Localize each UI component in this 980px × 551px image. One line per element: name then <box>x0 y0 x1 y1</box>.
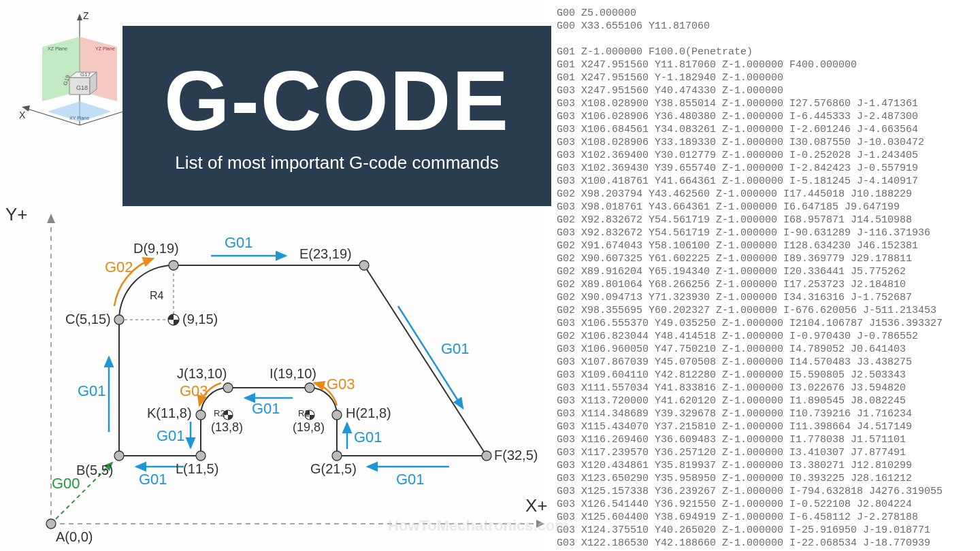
point-l: L(11,5) <box>176 461 218 477</box>
z-axis-label: Z <box>83 10 89 21</box>
point-h: H(21,8) <box>346 405 391 421</box>
svg-point-32 <box>482 451 491 461</box>
cmd-g01-ef: G01 <box>441 340 470 358</box>
point-e: E(23,19) <box>299 246 352 262</box>
banner-subtitle: List of most important G-code commands <box>175 152 498 173</box>
x-axis-plus: X+ <box>525 495 548 516</box>
svg-point-30 <box>169 261 178 270</box>
point-k: K(11,8) <box>147 405 192 421</box>
cmd-g00: G00 <box>52 475 80 492</box>
svg-point-36 <box>223 383 233 393</box>
arc-center-hi: (19,8) <box>293 420 325 435</box>
radius-r4: R4 <box>150 290 163 302</box>
x-axis-label: X <box>19 110 26 120</box>
svg-point-35 <box>305 383 314 393</box>
cmd-g01-bc: G01 <box>78 382 106 400</box>
cmd-g01-kl: G01 <box>157 427 185 445</box>
svg-point-29 <box>114 315 124 324</box>
radius-r2b: R2 <box>298 408 310 418</box>
point-c: C(5,15) <box>65 312 111 327</box>
cmd-g01-ij: G01 <box>252 400 280 418</box>
svg-marker-1 <box>77 14 82 20</box>
cmd-g01-fg: G01 <box>396 471 425 488</box>
svg-point-37 <box>196 410 206 420</box>
point-d: D(9,19) <box>133 241 179 256</box>
cmd-g03-hi: G03 <box>327 375 355 393</box>
cmd-g01-de: G01 <box>225 234 253 252</box>
banner-title: G-CODE <box>164 59 510 143</box>
radius-r2a: R2 <box>214 408 225 418</box>
arc-center-ji: (13,8) <box>211 420 243 435</box>
svg-point-34 <box>332 410 342 420</box>
y-axis-plus: Y+ <box>5 204 28 225</box>
point-b: B(5,5) <box>76 463 113 478</box>
toolpath-diagram: Y+ X+ <box>0 204 551 551</box>
point-a: A(0,0) <box>56 529 93 545</box>
cmd-g03-jk: G03 <box>180 382 208 400</box>
svg-point-33 <box>332 451 342 461</box>
svg-point-31 <box>359 261 369 270</box>
arc-center-dc: (9,15) <box>182 312 218 327</box>
cmd-g02-cd: G02 <box>105 258 133 276</box>
point-g: G(21,5) <box>310 461 357 477</box>
cmd-g01-lb: G01 <box>139 471 167 488</box>
point-f: F(32,5) <box>494 448 538 463</box>
point-i: I(19,10) <box>270 366 316 382</box>
yz-plane-label: YZ Plane <box>95 46 115 51</box>
svg-point-27 <box>46 519 56 529</box>
cmd-g01-gh: G01 <box>354 429 382 446</box>
xy-plane-label: XY Plane <box>69 116 89 120</box>
xz-plane-label: XZ Plane <box>48 46 67 51</box>
point-j: J(13,10) <box>177 366 227 382</box>
watermark: HowToMechatronics.com <box>388 517 568 535</box>
svg-marker-15 <box>47 214 55 223</box>
svg-point-28 <box>114 451 124 461</box>
gcode-listing: G00 Z5.000000 G00 X33.655106 Y11.817060 … <box>544 0 980 551</box>
title-banner: G-CODE List of most important G-code com… <box>122 26 551 206</box>
cube-g17: G17 <box>80 71 91 78</box>
svg-point-38 <box>196 451 206 461</box>
cube-g18: G18 <box>76 84 88 91</box>
